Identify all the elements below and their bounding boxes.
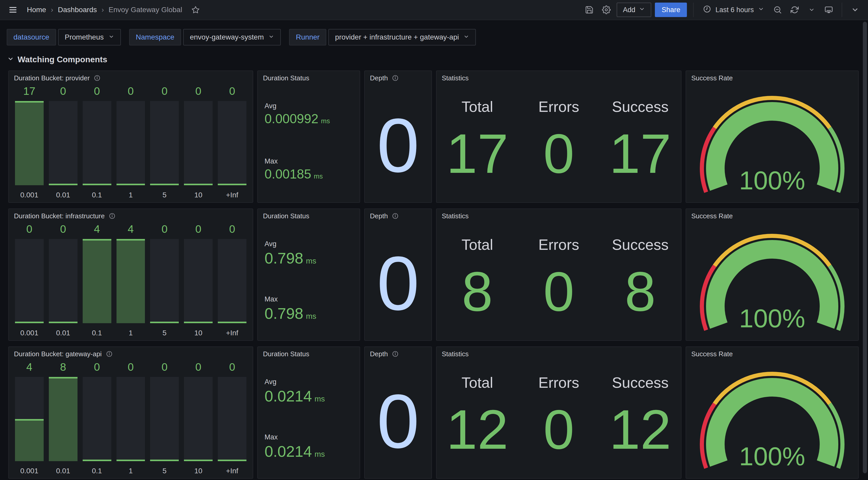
share-button[interactable]: Share bbox=[655, 3, 687, 17]
panel-title[interactable]: Depth bbox=[370, 350, 388, 358]
refresh-interval-dropdown[interactable] bbox=[805, 3, 818, 17]
bar-empty-area bbox=[83, 101, 111, 185]
bar bbox=[117, 239, 145, 323]
gauge-svg: 100% bbox=[697, 362, 847, 472]
stat-column: Total12 bbox=[437, 347, 518, 478]
bar-value-label: 0 bbox=[150, 361, 179, 377]
stat-label: Success bbox=[612, 374, 669, 391]
max-value: 0.0214ms bbox=[265, 443, 325, 460]
panel-title[interactable]: Statistics bbox=[442, 212, 469, 220]
zoom-out-time-button[interactable] bbox=[771, 3, 784, 17]
bar-axis-label: 0.01 bbox=[49, 185, 78, 199]
bar-fill-area bbox=[218, 184, 246, 185]
page-scrollbar-thumb[interactable] bbox=[863, 22, 867, 473]
bar-fill-area bbox=[83, 239, 111, 323]
gauge-value-label: 100% bbox=[739, 304, 805, 333]
panel-title[interactable]: Success Rate bbox=[691, 350, 733, 358]
bar bbox=[15, 239, 44, 323]
bar-axis-label: 10 bbox=[184, 185, 213, 199]
bar-fill-area bbox=[15, 419, 44, 461]
panel-title[interactable]: Depth bbox=[370, 74, 388, 82]
panel-title[interactable]: Success Rate bbox=[691, 74, 733, 82]
panel-title[interactable]: Depth bbox=[370, 212, 388, 220]
avg-value: 0.000992ms bbox=[265, 112, 330, 126]
bar-fill-area bbox=[150, 184, 179, 185]
panel-title[interactable]: Duration Bucket: infrastructure bbox=[14, 212, 104, 220]
gear-icon bbox=[602, 5, 611, 14]
panel-title[interactable]: Duration Status bbox=[263, 350, 309, 358]
menu-toggle-button[interactable] bbox=[6, 3, 20, 17]
row-toggle-watching-components[interactable]: Watching Components bbox=[0, 46, 868, 64]
favorite-star-icon[interactable] bbox=[189, 3, 202, 17]
bar-empty-area bbox=[184, 101, 213, 185]
kiosk-mode-button[interactable] bbox=[822, 3, 835, 17]
info-icon[interactable] bbox=[109, 213, 116, 219]
datasource-select[interactable]: Prometheus bbox=[58, 29, 121, 46]
info-icon[interactable] bbox=[392, 213, 399, 219]
duration-status-body: Avg0.0214msMax0.0214ms bbox=[258, 347, 360, 478]
bar bbox=[117, 101, 145, 185]
bar-value-label: 0 bbox=[15, 223, 44, 239]
bar bbox=[83, 239, 111, 323]
duration-status-panel: Duration StatusAvg0.000992msMax0.00185ms bbox=[257, 70, 360, 203]
bar-empty-area bbox=[15, 377, 44, 419]
runner-select-value: provider + infrastructure + gateway-api bbox=[335, 33, 459, 41]
info-icon[interactable] bbox=[106, 351, 113, 357]
stat-column: Total17 bbox=[437, 71, 518, 202]
namespace-select[interactable]: envoy-gateway-system bbox=[183, 29, 281, 46]
bar-axis-label: 0.01 bbox=[49, 461, 78, 475]
chevron-down-icon bbox=[809, 7, 815, 13]
stat-column: Errors0 bbox=[518, 209, 599, 340]
add-button[interactable]: Add bbox=[617, 3, 651, 17]
bar bbox=[83, 377, 111, 461]
runner-select[interactable]: provider + infrastructure + gateway-api bbox=[328, 29, 476, 46]
bar-empty-area bbox=[184, 239, 213, 323]
bar-fill-area bbox=[117, 459, 145, 461]
panel-title[interactable]: Statistics bbox=[442, 74, 469, 82]
bar-column: 40.001 bbox=[15, 361, 44, 475]
bar-fill-area bbox=[49, 184, 78, 185]
panel-title[interactable]: Duration Status bbox=[263, 212, 309, 220]
bar-axis-label: 0.001 bbox=[15, 185, 44, 199]
breadcrumb-dashboards[interactable]: Dashboards bbox=[58, 6, 97, 14]
dashboard-settings-button[interactable] bbox=[599, 3, 613, 17]
breadcrumb-home[interactable]: Home bbox=[27, 6, 46, 14]
bar-empty-area bbox=[218, 101, 246, 185]
save-dashboard-button[interactable] bbox=[583, 3, 596, 17]
refresh-dashboard-button[interactable] bbox=[788, 3, 801, 17]
bar-column: 05 bbox=[150, 85, 179, 199]
gauge-chart: 100% bbox=[686, 347, 858, 478]
avg-unit: ms bbox=[306, 257, 316, 265]
info-icon[interactable] bbox=[94, 74, 100, 81]
time-range-picker[interactable]: Last 6 hours bbox=[700, 3, 767, 17]
panel-title[interactable]: Duration Bucket: gateway-api bbox=[14, 350, 102, 358]
bar-axis-label: 1 bbox=[117, 185, 145, 199]
bar-column: 40.1 bbox=[83, 223, 111, 337]
bar bbox=[150, 377, 179, 461]
success-rate-panel: Success Rate100% bbox=[686, 347, 859, 479]
bar-fill-area bbox=[49, 377, 78, 461]
bar-column: 01 bbox=[117, 85, 145, 199]
max-number: 0.798 bbox=[265, 305, 303, 322]
bar-column: 00.01 bbox=[49, 85, 78, 199]
info-icon[interactable] bbox=[392, 74, 399, 81]
collapse-nav-button[interactable] bbox=[848, 3, 862, 17]
bar-column: 00.1 bbox=[83, 85, 111, 199]
share-button-label: Share bbox=[661, 6, 680, 14]
panel-title[interactable]: Duration Status bbox=[263, 74, 309, 82]
panel-header: Statistics bbox=[437, 347, 681, 361]
stat-column: Errors0 bbox=[518, 71, 599, 202]
panel-title[interactable]: Statistics bbox=[442, 350, 469, 358]
nav-divider bbox=[842, 3, 842, 17]
info-icon[interactable] bbox=[392, 351, 399, 357]
bar-empty-area bbox=[150, 239, 179, 323]
bar-value-label: 4 bbox=[117, 223, 145, 239]
namespace-select-value: envoy-gateway-system bbox=[190, 33, 264, 41]
bar-value-label: 0 bbox=[184, 361, 213, 377]
bar-value-label: 0 bbox=[218, 85, 246, 101]
bar-axis-label: 0.1 bbox=[83, 461, 111, 475]
datasource-select-value: Prometheus bbox=[65, 33, 104, 41]
panel-title[interactable]: Duration Bucket: provider bbox=[14, 74, 90, 82]
panel-title[interactable]: Success Rate bbox=[691, 212, 733, 220]
bar bbox=[15, 377, 44, 461]
